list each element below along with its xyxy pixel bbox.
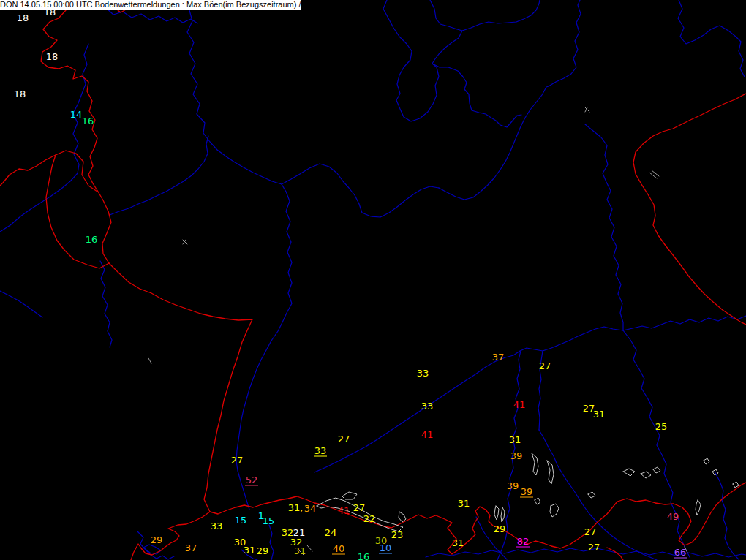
station-gust-value: 39 — [510, 450, 523, 461]
station-gust-value: 14 — [70, 109, 83, 120]
station-gust-value: 16 — [358, 551, 370, 560]
lake-small-2 — [588, 492, 595, 498]
station-gust-value: 27 — [338, 434, 350, 444]
river-werra — [462, 0, 540, 31]
station-gust-value: 25 — [655, 421, 668, 432]
station-gust-value: 29 — [257, 545, 269, 556]
lake-small-3 — [550, 504, 559, 517]
station-gust-value: 31, — [288, 502, 304, 513]
station-gust-value: 31 — [509, 434, 521, 445]
station-gust-value: 33 — [417, 368, 429, 379]
station-gust-value: 16 — [86, 234, 98, 245]
lake-small-7 — [733, 482, 739, 488]
alp-sliver-2 — [494, 506, 499, 520]
rivers — [0, 0, 746, 560]
station-gust-value: 66 — [674, 547, 687, 558]
terrain-mark — [585, 107, 589, 112]
station-gust-value: 23 — [391, 529, 404, 540]
station-gust-value: 41 — [513, 399, 526, 410]
river-danube — [314, 316, 746, 472]
station-gust-value: 37 — [492, 352, 505, 363]
weather-map-screen: DON 14.05.15 00:00 UTC Bodenwettermeldun… — [0, 0, 746, 560]
border-be-fr — [0, 155, 56, 186]
station-gust-value: 39 — [507, 480, 519, 491]
border-nl-de — [41, 0, 108, 211]
river-meuse-west — [0, 291, 42, 317]
river-weser — [383, 0, 439, 121]
station-gust-value: 31 — [452, 537, 464, 548]
lake-small-8 — [653, 467, 660, 473]
station-gust-value: 31 — [244, 545, 256, 556]
country-borders — [0, 0, 746, 560]
alp-sliver-4 — [399, 512, 406, 522]
station-gust-value: 27 — [539, 360, 551, 371]
station-gust-value: 24 — [325, 527, 337, 538]
lake-starnberg — [547, 461, 554, 484]
station-gust-value: 39 — [521, 486, 533, 497]
river-fulda — [430, 0, 462, 64]
station-gust-value: 31 — [593, 409, 606, 420]
station-gust-value: 40 — [333, 543, 345, 554]
station-gust-value: 27 — [584, 526, 597, 537]
station-gust-value: 15 — [235, 515, 247, 526]
station-gust-value: 52 — [246, 474, 258, 485]
station-gust-value: 18 — [46, 51, 59, 62]
station-gust-value: 41 — [421, 429, 434, 440]
river-saar — [100, 261, 112, 347]
station-gust-value: 15 — [263, 515, 275, 526]
station-gust-value: 41 — [338, 505, 350, 516]
river-isar — [539, 430, 657, 560]
river-thur — [269, 525, 274, 560]
station-gust-value: 10 — [380, 542, 392, 553]
alp-sliver-3 — [501, 507, 505, 522]
station-gust-value: 33 — [211, 521, 223, 531]
station-gust-value: 16 — [82, 116, 94, 126]
station-gust-value: 31 — [294, 545, 306, 556]
river-salzach — [715, 472, 739, 559]
station-gust-value: 49 — [667, 511, 679, 522]
station-gust-value: 31 — [458, 498, 470, 509]
river-middle-branch — [432, 64, 521, 127]
river-rhine — [187, 0, 292, 510]
river-inn-valley — [426, 548, 746, 557]
station-gust-value: 34 — [304, 503, 317, 514]
station-gust-value: 22 — [363, 513, 376, 524]
border-cz-de — [633, 94, 746, 325]
terrain-mark — [649, 170, 659, 178]
station-gust-value: 33 — [421, 401, 434, 412]
terrain-mark — [148, 358, 151, 363]
lake-small-5 — [704, 458, 709, 464]
station-gust-value: 27 — [588, 542, 600, 553]
river-naab — [585, 124, 623, 330]
lake-constance-lobe — [342, 492, 357, 499]
station-gust-value: 29 — [494, 523, 506, 534]
river-mosel — [110, 136, 208, 215]
station-gust-value: 18 — [14, 88, 26, 99]
map-title-bar: DON 14.05.15 00:00 UTC Bodenwettermeldun… — [0, 0, 301, 10]
alp-sliver-1 — [696, 500, 701, 515]
station-gust-value: 82 — [517, 536, 530, 547]
station-gust-value: 27 — [353, 502, 366, 513]
weather-map: 1818181814161633372733412731413125273327… — [0, 0, 746, 560]
station-gust-value: 29 — [151, 534, 163, 545]
lake-ammersee — [532, 453, 538, 475]
station-gust-value: 27 — [231, 455, 244, 466]
lake-small-4 — [535, 498, 540, 504]
terrain-mark — [183, 240, 187, 244]
border-fr-de — [109, 263, 252, 560]
station-values-layer: 1818181814161633372733412731413125273327… — [14, 7, 687, 560]
terrain-marks — [148, 107, 687, 556]
lake-small-1 — [641, 472, 651, 478]
station-gust-value: 37 — [185, 542, 197, 553]
river-elbe-corner — [678, 0, 745, 77]
station-gust-value: 33 — [314, 445, 327, 456]
lake-chiemsee — [623, 469, 635, 476]
river-main — [282, 164, 439, 217]
lake-neuchatel — [143, 545, 161, 554]
river-inn-upper — [623, 330, 690, 557]
station-gust-value: 18 — [17, 12, 29, 23]
